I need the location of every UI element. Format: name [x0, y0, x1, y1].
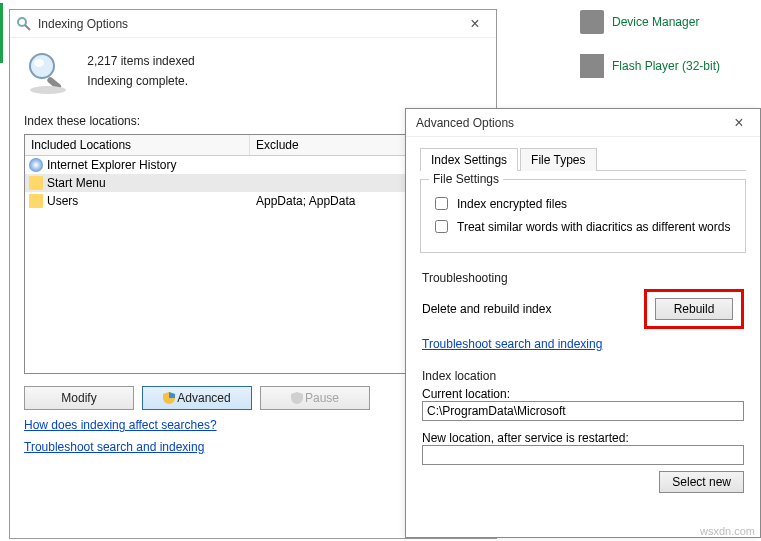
chk-diacritics[interactable]: Treat similar words with diacritics as d…	[431, 217, 735, 236]
select-new-button[interactable]: Select new	[659, 471, 744, 493]
modify-button[interactable]: Modify	[24, 386, 134, 410]
row-name: Users	[47, 194, 78, 208]
tabs: Index Settings File Types	[420, 147, 746, 171]
current-location-label: Current location:	[422, 387, 744, 401]
svg-point-5	[30, 86, 66, 94]
watermark: wsxdn.com	[700, 525, 755, 537]
bg-device-manager[interactable]: Device Manager	[580, 10, 699, 34]
new-location-field[interactable]	[422, 445, 744, 465]
group-index-location: Index location Current location: New loc…	[420, 369, 746, 493]
chk-encrypted[interactable]: Index encrypted files	[431, 194, 735, 213]
window-title: Indexing Options	[38, 17, 460, 31]
col-included[interactable]: Included Locations	[25, 135, 250, 155]
flash-icon	[580, 54, 604, 78]
link-troubleshoot[interactable]: Troubleshoot search and indexing	[24, 440, 204, 454]
row-name: Start Menu	[47, 176, 106, 190]
group-label: Troubleshooting	[422, 271, 744, 285]
close-icon[interactable]: ×	[724, 115, 754, 131]
link-troubleshoot[interactable]: Troubleshoot search and indexing	[422, 337, 602, 351]
pause-button: Pause	[260, 386, 370, 410]
svg-line-1	[25, 25, 30, 30]
svg-point-3	[34, 59, 44, 67]
checkbox[interactable]	[435, 220, 448, 233]
group-troubleshooting: Troubleshooting Delete and rebuild index…	[420, 271, 746, 351]
shield-icon	[163, 392, 175, 404]
svg-point-0	[18, 18, 26, 26]
window-title: Advanced Options	[412, 116, 724, 130]
titlebar[interactable]: Indexing Options ×	[10, 10, 496, 38]
bg-label: Device Manager	[612, 15, 699, 29]
items-indexed: 2,217 items indexed	[87, 54, 194, 68]
rebuild-button[interactable]: Rebuild	[655, 298, 733, 320]
bg-label: Flash Player (32-bit)	[612, 59, 720, 73]
link-affect-searches[interactable]: How does indexing affect searches?	[24, 418, 217, 432]
advanced-options-window: Advanced Options × Index Settings File T…	[405, 108, 761, 538]
delete-rebuild-label: Delete and rebuild index	[422, 302, 551, 316]
new-location-label: New location, after service is restarted…	[422, 431, 744, 445]
current-location-field[interactable]	[422, 401, 744, 421]
close-icon[interactable]: ×	[460, 16, 490, 32]
tab-file-types[interactable]: File Types	[520, 148, 596, 171]
shield-icon	[291, 392, 303, 404]
row-name: Internet Explorer History	[47, 158, 176, 172]
group-file-settings: File Settings Index encrypted files Trea…	[420, 179, 746, 253]
ie-icon	[29, 158, 43, 172]
bg-flash-player[interactable]: Flash Player (32-bit)	[580, 54, 720, 78]
rebuild-highlight: Rebuild	[644, 289, 744, 329]
titlebar[interactable]: Advanced Options ×	[406, 109, 760, 137]
checkbox[interactable]	[435, 197, 448, 210]
group-label: Index location	[422, 369, 744, 383]
group-label: File Settings	[429, 172, 503, 186]
folder-icon	[29, 194, 43, 208]
folder-icon	[29, 176, 43, 190]
indexing-status: Indexing complete.	[87, 74, 194, 88]
tab-index-settings[interactable]: Index Settings	[420, 148, 518, 171]
search-options-icon	[16, 16, 32, 32]
magnifier-icon	[24, 48, 72, 96]
device-manager-icon	[580, 10, 604, 34]
advanced-button[interactable]: Advanced	[142, 386, 252, 410]
